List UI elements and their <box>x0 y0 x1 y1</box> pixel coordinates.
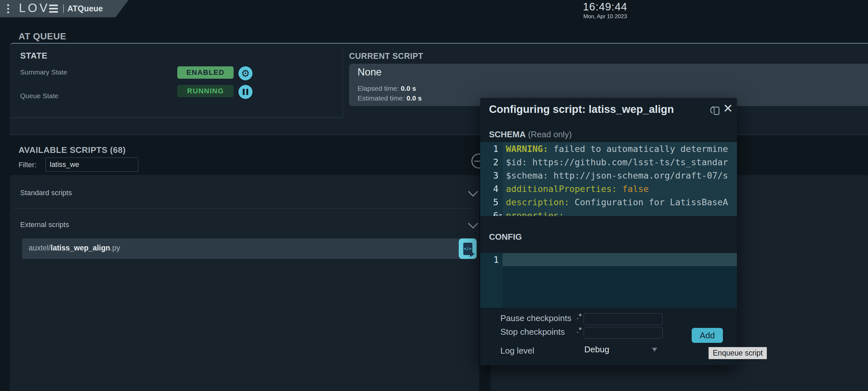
config-line-numbers: 1 <box>480 253 503 308</box>
play-icon <box>470 251 475 257</box>
chevron-down-icon[interactable] <box>468 186 478 196</box>
current-script-heading: CURRENT SCRIPT <box>349 52 423 61</box>
config-editor[interactable]: 1 <box>480 253 737 308</box>
code-line: properties: <box>503 209 737 216</box>
line-number: 3 <box>480 169 502 182</box>
stop-regex-hint: .* <box>577 326 582 335</box>
schema-line-numbers: 123456 <box>480 142 503 216</box>
fold-caret-icon[interactable] <box>498 214 502 216</box>
code-line: $id: https://github.com/lsst-ts/ts_stand… <box>503 156 737 169</box>
config-heading: CONFIG <box>489 232 522 242</box>
script-row-latiss-wep-align[interactable]: auxtel/latiss_wep_align.py </> <box>22 238 476 259</box>
kebab-menu-icon[interactable] <box>7 4 9 15</box>
stop-checkpoints-input[interactable] <box>584 327 663 338</box>
line-number: 4 <box>480 182 502 195</box>
gear-icon: ⚙ <box>241 69 250 78</box>
standard-scripts-group[interactable]: Standard scripts <box>20 189 72 197</box>
line-number: 2 <box>480 156 502 169</box>
estimated-time-value: 0.0 s <box>407 94 422 102</box>
logo-separator <box>63 5 64 13</box>
summary-state-label: Summary State <box>20 68 67 76</box>
script-code-icon: </> <box>463 243 472 255</box>
summary-state-settings-button[interactable]: ⚙ <box>239 66 252 80</box>
config-code[interactable] <box>503 253 737 308</box>
script-path: auxtel/latiss_wep_align.py <box>29 243 120 253</box>
page-title: AT QUEUE <box>19 31 66 42</box>
close-icon[interactable]: ✕ <box>723 102 733 115</box>
available-scripts-heading: AVAILABLE SCRIPTS (68) <box>19 145 126 155</box>
group-divider <box>14 208 475 208</box>
configure-script-button[interactable]: </> <box>459 238 476 259</box>
queue-state-label: Queue State <box>20 92 59 100</box>
dropdown-caret-icon[interactable] <box>652 348 657 352</box>
schema-code: WARNING: failed to automatically determi… <box>503 142 737 216</box>
state-heading: STATE <box>20 51 48 61</box>
active-line-highlight <box>503 253 737 266</box>
pause-checkpoints-input[interactable] <box>584 313 663 325</box>
pause-regex-hint: .* <box>577 312 582 321</box>
estimated-time-label: Estimated time: <box>358 94 405 102</box>
pause-checkpoints-label: Pause checkpoints <box>500 313 571 323</box>
log-level-label: Log level <box>500 346 534 356</box>
filter-label: Filter: <box>19 161 36 169</box>
estimated-time-row: Estimated time: 0.0 s <box>358 94 422 102</box>
line-number: 6 <box>480 209 502 216</box>
clock-time: 16:49:44 <box>581 1 629 13</box>
code-line: additionalProperties: false <box>503 182 737 195</box>
column-divider <box>343 49 343 118</box>
elapsed-time-value: 0.0 s <box>401 85 416 92</box>
script-name: latiss_wep_align <box>51 243 110 252</box>
queue-pause-button[interactable] <box>239 85 252 99</box>
log-level-select[interactable]: Debug <box>584 345 609 355</box>
line-number: 1 <box>480 253 503 266</box>
line-number: 5 <box>480 195 502 209</box>
configure-script-modal: Configuring script: latiss_wep_align ✕ S… <box>480 98 737 365</box>
love-logo: LOV <box>19 1 50 15</box>
elapsed-time-row: Elapsed time: 0.0 s <box>358 85 416 92</box>
schema-editor[interactable]: 123456 WARNING: failed to automatically … <box>480 142 737 216</box>
at-queue-panel: STATE Summary State ENABLED ⚙ Queue Stat… <box>10 43 868 135</box>
enqueue-script-tooltip: Enqueue script <box>709 347 767 359</box>
filter-input[interactable] <box>45 157 138 172</box>
code-line: $schema: http://json-schema.org/draft-07… <box>503 169 737 182</box>
clock-date: Mon, Apr 10 2023 <box>581 13 629 20</box>
summary-state-badge: ENABLED <box>177 66 234 79</box>
stop-checkpoints-label: Stop checkpoints <box>500 327 565 337</box>
schema-readonly-note: (Read only) <box>528 129 571 139</box>
modal-title: Configuring script: latiss_wep_align <box>489 103 674 116</box>
script-ext: .py <box>110 243 120 252</box>
state-divider <box>10 118 343 118</box>
elapsed-time-label: Elapsed time: <box>358 85 399 92</box>
pause-icon <box>243 89 248 95</box>
schema-heading: SCHEMA (Read only) <box>489 129 571 139</box>
resize-modal-icon[interactable] <box>709 104 722 117</box>
top-bar: LOV ATQueue <box>0 0 195 17</box>
chevron-down-icon[interactable] <box>468 218 478 228</box>
external-scripts-group[interactable]: External scripts <box>20 221 69 229</box>
scripts-list-panel: Standard scripts External scripts auxtel… <box>10 175 479 391</box>
queue-state-badge: RUNNING <box>177 85 234 97</box>
code-line: description: Configuration for LatissBas… <box>503 195 737 209</box>
clock: 16:49:44 Mon, Apr 10 2023 <box>581 1 629 20</box>
love-logo-e-icon <box>49 5 58 14</box>
view-title: ATQueue <box>67 4 103 13</box>
current-script-name: None <box>358 66 382 78</box>
code-line: WARNING: failed to automatically determi… <box>503 142 737 156</box>
script-prefix: auxtel/ <box>29 243 51 252</box>
add-button[interactable]: Add <box>692 328 723 343</box>
line-number: 1 <box>480 142 502 156</box>
